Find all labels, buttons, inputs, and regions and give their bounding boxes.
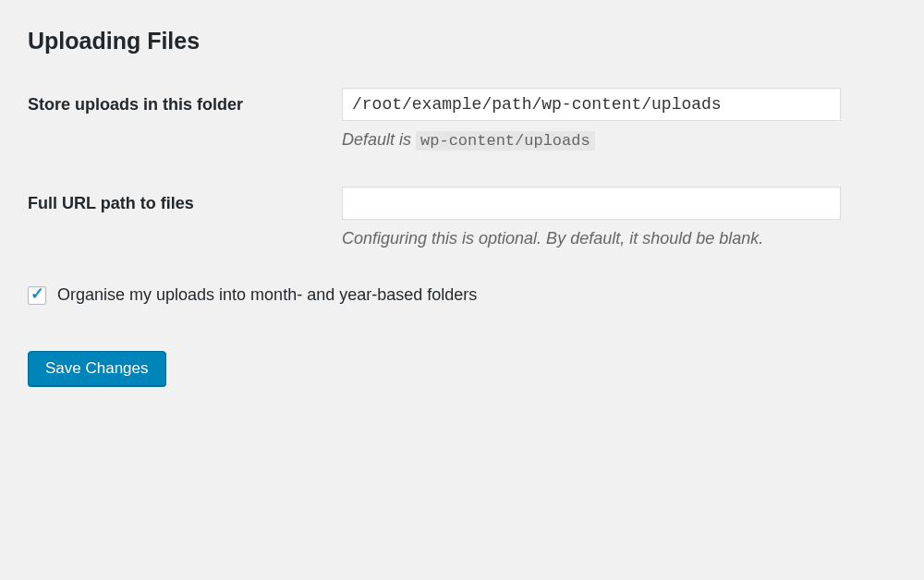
full-url-description: Configuring this is optional. By default… [342,229,896,248]
store-uploads-description-prefix: Default is [342,130,416,149]
store-uploads-row: Store uploads in this folder Default is … [28,88,896,150]
store-uploads-input[interactable] [342,88,841,121]
store-uploads-description: Default is wp-content/uploads [342,130,896,150]
organise-row: Organise my uploads into month- and year… [28,285,896,305]
store-uploads-field-wrap: Default is wp-content/uploads [342,88,896,150]
organise-checkbox[interactable] [28,286,46,305]
full-url-field-wrap: Configuring this is optional. By default… [342,187,896,248]
full-url-label: Full URL path to files [28,187,342,213]
store-uploads-label: Store uploads in this folder [28,88,342,115]
organise-label[interactable]: Organise my uploads into month- and year… [57,285,477,305]
full-url-row: Full URL path to files Configuring this … [28,187,896,248]
full-url-input[interactable] [342,187,841,220]
store-uploads-description-code: wp-content/uploads [416,131,595,151]
section-title: Uploading Files [28,28,896,54]
save-changes-button[interactable]: Save Changes [28,351,166,386]
